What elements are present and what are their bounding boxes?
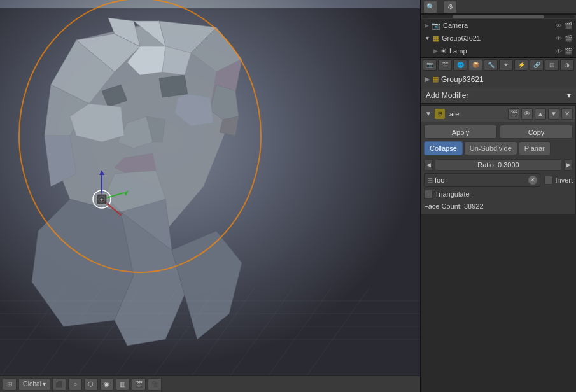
- outliner: 🔍 ⚙ ▶ 📷 Camera 👁 🎬 ▼ ▦ Group63621: [421, 0, 576, 58]
- lamp-icon: ☀: [440, 47, 447, 55]
- svg-marker-11: [159, 75, 188, 97]
- camera-render-icon: 🎬: [565, 22, 572, 29]
- camera-eye-icon: 👁: [556, 22, 562, 29]
- breadcrumb-icon: ▦: [432, 75, 439, 83]
- viewport-solid-btn[interactable]: ◉: [100, 378, 114, 391]
- ratio-increase-btn[interactable]: ▶: [564, 159, 573, 171]
- face-count-row: Face Count: 38922: [421, 200, 575, 214]
- outliner-item-camera[interactable]: ▶ 📷 Camera 👁 🎬: [421, 19, 576, 32]
- triangulate-checkbox[interactable]: [424, 190, 433, 199]
- modifier-icon: ⊞: [435, 109, 445, 119]
- ratio-decrease-btn[interactable]: ◀: [424, 159, 433, 171]
- global-mode-btn[interactable]: Global ▾: [18, 378, 50, 391]
- foo-input-wrap: ⊞ foo ✕: [424, 173, 540, 187]
- svg-text:✦: ✦: [99, 197, 104, 203]
- camera-expand-icon: ▶: [425, 22, 429, 29]
- props-tab-constraints[interactable]: 🔗: [530, 59, 544, 71]
- triangulate-row: Triangulate: [421, 188, 575, 200]
- viewport-bottom-bar: ⊞ Global ▾ ⬛ ○ ⬡ ◉ ▥ 🎬 🎥: [0, 375, 420, 392]
- ratio-field-row: ◀ Ratio: 0.3000 ▶: [421, 158, 575, 172]
- group-icon: ▦: [433, 34, 439, 43]
- props-tab-world[interactable]: 🌐: [453, 59, 467, 71]
- outliner-item-lamp[interactable]: ▶ ☀ Lamp 👁 🎬: [421, 45, 576, 57]
- lamp-render-icon: 🎬: [565, 48, 572, 55]
- foo-input-value[interactable]: foo: [435, 176, 526, 184]
- modifier-up-btn[interactable]: ▲: [535, 108, 546, 120]
- viewport-tex-btn[interactable]: ▥: [116, 378, 130, 391]
- viewport: ✦ ⊞ Global ▾ ⬛ ○ ⬡ ◉ ▥ 🎬 🎥: [0, 0, 420, 392]
- group-render-icon: 🎬: [565, 35, 572, 42]
- lamp-label: Lamp: [449, 47, 467, 55]
- breadcrumb-text: Group63621: [441, 75, 484, 84]
- props-tab-modifiers[interactable]: 🔧: [484, 59, 498, 71]
- viewport-render-btn[interactable]: 🎥: [148, 378, 162, 391]
- main-container: ✦ ⊞ Global ▾ ⬛ ○ ⬡ ◉ ▥ 🎬 🎥 🔍: [0, 0, 576, 392]
- outliner-scrollbar[interactable]: [421, 14, 576, 19]
- modifier-name-display: ate: [447, 110, 506, 118]
- lamp-eye-icon: 👁: [556, 48, 562, 55]
- modifier-down-btn[interactable]: ▼: [548, 108, 559, 120]
- props-tab-physics[interactable]: ⚡: [514, 59, 528, 71]
- group-expand-icon: ▼: [425, 35, 430, 41]
- tab-un-subdivide[interactable]: Un-Subdivide: [464, 141, 517, 155]
- foo-clear-btn[interactable]: ✕: [528, 176, 537, 185]
- camera-icon: 📷: [432, 22, 440, 30]
- tab-planar[interactable]: Planar: [519, 141, 551, 155]
- triangulate-label: Triangulate: [435, 190, 470, 198]
- props-tab-render[interactable]: 📷: [423, 59, 437, 71]
- props-tab-material[interactable]: ◑: [560, 59, 574, 71]
- modifier-tabs-row: Collapse Un-Subdivide Planar: [421, 141, 575, 158]
- props-tab-particles[interactable]: ✦: [499, 59, 513, 71]
- right-panel: 🔍 ⚙ ▶ 📷 Camera 👁 🎬 ▼ ▦ Group63621: [420, 0, 576, 392]
- invert-checkbox[interactable]: [544, 176, 553, 185]
- foo-invert-row: ⊞ foo ✕ Invert: [421, 172, 575, 188]
- ratio-value[interactable]: Ratio: 0.3000: [435, 159, 561, 171]
- global-mode-label: Global: [23, 381, 41, 388]
- add-modifier-label: Add Modifier: [426, 91, 567, 100]
- copy-button[interactable]: Copy: [500, 125, 573, 139]
- props-tab-scene[interactable]: 🎬: [438, 59, 452, 71]
- lamp-expand-icon: ▶: [433, 48, 438, 54]
- props-tab-object[interactable]: 📦: [468, 59, 482, 71]
- props-tab-data[interactable]: ▤: [545, 59, 559, 71]
- group-eye-icon: 👁: [556, 35, 562, 42]
- breadcrumb-bar: ▶ ▦ Group63621: [421, 72, 576, 87]
- breadcrumb-arrow-icon: ▶: [425, 75, 430, 83]
- tab-collapse[interactable]: Collapse: [424, 141, 463, 155]
- outliner-header: 🔍 ⚙: [421, 0, 576, 14]
- foo-grid-icon: ⊞: [427, 176, 433, 185]
- apply-button[interactable]: Apply: [424, 125, 497, 139]
- modifier-item-decimate: ▼ ⊞ ate 🎬 👁 ▲ ▼ ✕ Apply Copy: [421, 105, 576, 214]
- viewport-mesh-btn[interactable]: ⬛: [52, 378, 66, 391]
- add-modifier-header: Add Modifier ▾: [421, 87, 576, 104]
- outliner-item-group[interactable]: ▼ ▦ Group63621 👁 🎬: [421, 32, 576, 45]
- group-label: Group63621: [442, 34, 481, 42]
- viewport-smooth-btn[interactable]: ○: [68, 378, 82, 391]
- modifier-expand-btn[interactable]: ▼: [424, 109, 433, 118]
- face-count-text: Face Count: 38922: [424, 202, 484, 210]
- viewport-render: ✦: [0, 0, 420, 392]
- invert-wrap: Invert: [544, 176, 573, 185]
- modifier-render-btn[interactable]: 🎬: [508, 108, 519, 120]
- modifier-eye-btn[interactable]: 👁: [521, 108, 533, 120]
- modifier-actions-row: Apply Copy: [421, 122, 575, 141]
- properties-content: Add Modifier ▾ ▼ ⊞ ate 🎬 👁 ▲ ▼ ✕: [421, 87, 576, 392]
- invert-label: Invert: [555, 176, 573, 184]
- viewport-scene-btn[interactable]: 🎬: [132, 378, 146, 391]
- view-perspective-btn[interactable]: ⊞: [3, 378, 17, 391]
- outliner-filter-btn[interactable]: ⚙: [443, 1, 457, 13]
- properties-tabs: 📷 🎬 🌐 📦 🔧 ✦ ⚡ 🔗 ▤ ◑: [421, 58, 576, 72]
- global-chevron-icon: ▾: [43, 381, 46, 388]
- add-modifier-dropdown-btn[interactable]: ▾: [567, 91, 571, 100]
- camera-label: Camera: [443, 22, 468, 29]
- modifier-item-header: ▼ ⊞ ate 🎬 👁 ▲ ▼ ✕: [421, 106, 575, 122]
- viewport-wire-btn[interactable]: ⬡: [84, 378, 98, 391]
- modifier-delete-btn[interactable]: ✕: [561, 108, 573, 120]
- outliner-search-btn[interactable]: 🔍: [423, 1, 437, 13]
